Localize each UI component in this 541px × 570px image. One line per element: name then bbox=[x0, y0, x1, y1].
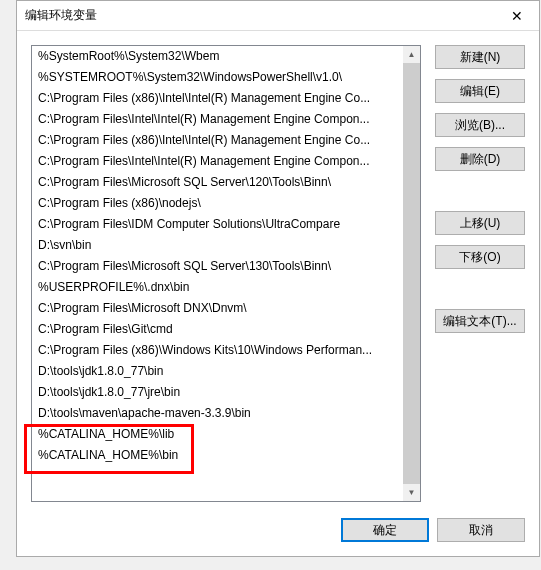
scroll-track[interactable] bbox=[403, 63, 420, 484]
window-title: 编辑环境变量 bbox=[25, 7, 97, 24]
scroll-thumb[interactable] bbox=[403, 63, 420, 484]
list-item[interactable]: C:\Program Files\Microsoft DNX\Dnvm\ bbox=[32, 298, 403, 319]
list-item[interactable]: C:\Program Files\Microsoft SQL Server\12… bbox=[32, 172, 403, 193]
list-item[interactable]: D:\tools\jdk1.8.0_77\bin bbox=[32, 361, 403, 382]
list-item[interactable]: %SystemRoot%\System32\Wbem bbox=[32, 46, 403, 67]
cancel-button[interactable]: 取消 bbox=[437, 518, 525, 542]
list-item[interactable]: C:\Program Files\IDM Computer Solutions\… bbox=[32, 214, 403, 235]
close-button[interactable]: ✕ bbox=[494, 1, 539, 31]
close-icon: ✕ bbox=[511, 8, 523, 24]
new-button[interactable]: 新建(N) bbox=[435, 45, 525, 69]
move-up-button[interactable]: 上移(U) bbox=[435, 211, 525, 235]
list-item[interactable]: %SYSTEMROOT%\System32\WindowsPowerShell\… bbox=[32, 67, 403, 88]
scroll-down-icon[interactable]: ▼ bbox=[403, 484, 420, 501]
list-item[interactable]: C:\Program Files\Intel\Intel(R) Manageme… bbox=[32, 109, 403, 130]
list-item[interactable]: C:\Program Files (x86)\nodejs\ bbox=[32, 193, 403, 214]
list-item[interactable]: C:\Program Files (x86)\Windows Kits\10\W… bbox=[32, 340, 403, 361]
path-list[interactable]: %SystemRoot%\System32\Wbem %SYSTEMROOT%\… bbox=[31, 45, 421, 502]
list-item[interactable]: D:\tools\maven\apache-maven-3.3.9\bin bbox=[32, 403, 403, 424]
titlebar: 编辑环境变量 ✕ bbox=[17, 1, 539, 31]
side-buttons: 新建(N) 编辑(E) 浏览(B)... 删除(D) 上移(U) 下移(O) 编… bbox=[435, 45, 525, 504]
delete-button[interactable]: 删除(D) bbox=[435, 147, 525, 171]
list-item[interactable]: C:\Program Files (x86)\Intel\Intel(R) Ma… bbox=[32, 130, 403, 151]
background-strip bbox=[0, 0, 16, 570]
list-item[interactable]: D:\tools\jdk1.8.0_77\jre\bin bbox=[32, 382, 403, 403]
list-item[interactable]: C:\Program Files\Microsoft SQL Server\13… bbox=[32, 256, 403, 277]
list-item[interactable]: C:\Program Files\Intel\Intel(R) Manageme… bbox=[32, 151, 403, 172]
scroll-up-icon[interactable]: ▲ bbox=[403, 46, 420, 63]
list-item[interactable]: D:\svn\bin bbox=[32, 235, 403, 256]
edit-text-button[interactable]: 编辑文本(T)... bbox=[435, 309, 525, 333]
browse-button[interactable]: 浏览(B)... bbox=[435, 113, 525, 137]
dialog-content: %SystemRoot%\System32\Wbem %SYSTEMROOT%\… bbox=[17, 31, 539, 504]
edit-env-var-dialog: 编辑环境变量 ✕ %SystemRoot%\System32\Wbem %SYS… bbox=[16, 0, 540, 557]
path-list-inner: %SystemRoot%\System32\Wbem %SYSTEMROOT%\… bbox=[32, 46, 403, 501]
ok-button[interactable]: 确定 bbox=[341, 518, 429, 542]
scrollbar[interactable]: ▲ ▼ bbox=[403, 46, 420, 501]
list-item[interactable]: %CATALINA_HOME%\bin bbox=[32, 445, 403, 466]
list-item[interactable]: %USERPROFILE%\.dnx\bin bbox=[32, 277, 403, 298]
list-item[interactable]: C:\Program Files\Git\cmd bbox=[32, 319, 403, 340]
move-down-button[interactable]: 下移(O) bbox=[435, 245, 525, 269]
dialog-footer: 确定 取消 bbox=[17, 504, 539, 556]
edit-button[interactable]: 编辑(E) bbox=[435, 79, 525, 103]
list-item[interactable]: %CATALINA_HOME%\lib bbox=[32, 424, 403, 445]
list-item[interactable]: C:\Program Files (x86)\Intel\Intel(R) Ma… bbox=[32, 88, 403, 109]
